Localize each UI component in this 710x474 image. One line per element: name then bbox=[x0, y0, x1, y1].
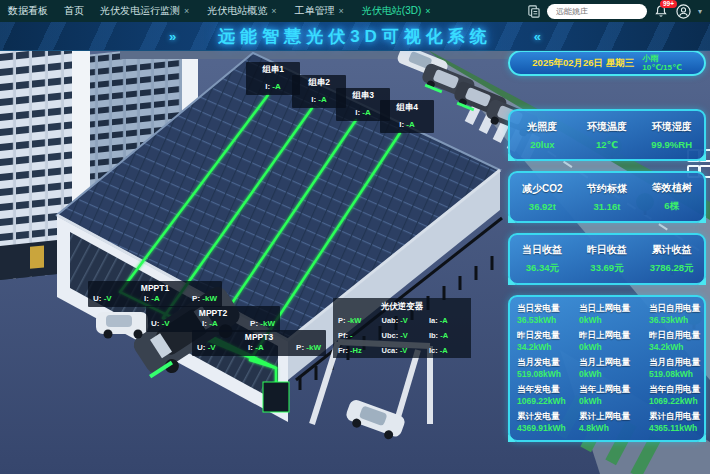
stat-value: 519.08kWh bbox=[517, 369, 572, 380]
avatar[interactable] bbox=[676, 4, 691, 19]
coal-saved: 节约标煤 31.16t bbox=[575, 182, 640, 212]
field-value: -V bbox=[400, 331, 408, 340]
stat-value: 1069.22kWh bbox=[649, 396, 704, 407]
co2-reduction: 减少CO2 36.92t bbox=[510, 182, 575, 212]
field-value: -A bbox=[272, 82, 280, 91]
field-label: Uab: bbox=[382, 316, 399, 325]
mppt-tag-2: MPPT2 U: -V I: -A P: -kW bbox=[146, 306, 280, 332]
energy-row-today: 当日发电量36.53kWh 当日上网电量0kWh 当日自用电量36.53kWh bbox=[510, 303, 704, 325]
stat-label: 当月自用电量 bbox=[649, 357, 704, 368]
menu-home[interactable]: 首页 bbox=[64, 4, 84, 18]
string-tag-4: 组串4 I: -A bbox=[380, 100, 434, 133]
field-value: -A bbox=[255, 343, 263, 352]
field-value: -A bbox=[318, 95, 326, 104]
stat-value: 4365.11kWh bbox=[649, 423, 704, 434]
field-label: I: bbox=[355, 108, 360, 117]
stat-value: 519.08kWh bbox=[649, 369, 704, 380]
stat-label: 昨日发电量 bbox=[517, 330, 572, 341]
field-value: -A bbox=[151, 294, 159, 303]
stat-label: 等效植树 bbox=[639, 181, 704, 195]
mppt-name: MPPT3 bbox=[197, 332, 321, 343]
field-value: -V bbox=[208, 343, 216, 352]
stat-label: 当日自用电量 bbox=[649, 303, 704, 314]
close-icon[interactable]: × bbox=[271, 6, 276, 16]
mppt-name: MPPT2 bbox=[151, 308, 275, 319]
stat-value: 36.34元 bbox=[510, 262, 575, 275]
energy-row-month: 当月发电量519.08kWh 当月上网电量0kWh 当月自用电量519.08kW… bbox=[510, 357, 704, 379]
close-icon[interactable]: × bbox=[339, 6, 344, 16]
field-value: -kW bbox=[202, 294, 217, 303]
stat-value: 36.53kWh bbox=[649, 315, 704, 326]
field-value: - bbox=[350, 331, 353, 340]
field-label: U: bbox=[93, 294, 101, 303]
inverter-box bbox=[263, 382, 289, 412]
field-label: U: bbox=[197, 343, 205, 352]
mppt-tag-3: MPPT3 U: -V I: -A P: -kW bbox=[192, 330, 326, 356]
field-label: I: bbox=[399, 120, 404, 129]
search-box bbox=[547, 4, 647, 19]
close-icon[interactable]: × bbox=[184, 6, 189, 16]
stat-value: 0kWh bbox=[579, 315, 642, 326]
pv-3d-dashboard: 数据看板 首页 光伏发电运行监测 × 光伏电站概览 × 工单管理 × 光伏电站(… bbox=[0, 0, 710, 474]
tab-label: 工单管理 bbox=[295, 4, 335, 18]
stat-label: 昨日上网电量 bbox=[579, 330, 642, 341]
tab-label: 光伏电站概览 bbox=[207, 4, 267, 18]
field-value: -A bbox=[362, 108, 370, 117]
field-label: Ubc: bbox=[382, 331, 399, 340]
page-title: 远能智慧光伏3D可视化系统 bbox=[218, 25, 492, 48]
chevron-down-icon[interactable]: ▾ bbox=[698, 7, 702, 16]
field-value: -kW bbox=[306, 343, 321, 352]
stat-label: 当月上网电量 bbox=[579, 357, 642, 368]
field-label: Uca: bbox=[382, 346, 398, 355]
field-label: Ic: bbox=[429, 346, 438, 355]
field-value: -A bbox=[440, 331, 448, 340]
stat-value: 0kWh bbox=[579, 342, 642, 353]
stat-label: 节约标煤 bbox=[575, 182, 640, 196]
field-value: -A bbox=[440, 346, 448, 355]
environment-panel: 光照度 20lux 环境温度 12℃ 环境湿度 99.9%RH bbox=[508, 109, 706, 161]
stat-label: 累计发电量 bbox=[517, 411, 572, 422]
field-label: I: bbox=[265, 82, 270, 91]
tab-work-order[interactable]: 工单管理 × bbox=[295, 4, 344, 18]
stat-label: 当年自用电量 bbox=[649, 384, 704, 395]
date-weather-panel: 2025年02月26日 星期三 小雨 10℃/15℃ bbox=[508, 50, 706, 76]
notifications[interactable]: 99+ bbox=[654, 4, 669, 19]
close-icon[interactable]: × bbox=[425, 6, 430, 16]
carbon-panel: 减少CO2 36.92t 节约标煤 31.16t 等效植树 6棵 bbox=[508, 171, 706, 223]
search-input[interactable] bbox=[554, 6, 640, 17]
stat-value: 4369.91kWh bbox=[517, 423, 572, 434]
weather-temperature: 10℃/15℃ bbox=[642, 63, 681, 72]
trees-equivalent: 等效植树 6棵 bbox=[639, 181, 704, 213]
stat-label: 昨日收益 bbox=[575, 243, 640, 257]
energy-row-yesterday: 昨日发电量34.2kWh 昨日上网电量0kWh 昨日自用电量34.2kWh bbox=[510, 330, 704, 352]
stat-label: 累计上网电量 bbox=[579, 411, 642, 422]
inverter-tag: 光伏逆变器 P: -kW Uab: -V Ia: -A Pf: - Ubc: -… bbox=[333, 298, 471, 358]
field-label: U: bbox=[151, 319, 159, 328]
string-name: 组串3 bbox=[341, 90, 385, 101]
field-label: P: bbox=[338, 316, 346, 325]
stat-label: 光照度 bbox=[510, 120, 575, 134]
stat-label: 昨日自用电量 bbox=[649, 330, 704, 341]
banner-left-arrows-icon: » bbox=[169, 29, 176, 44]
field-label: Pf: bbox=[338, 331, 348, 340]
stat-label: 当年发电量 bbox=[517, 384, 572, 395]
mppt-tag-1: MPPT1 U: -V I: -A P: -kW bbox=[88, 281, 222, 307]
string-name: 组串2 bbox=[297, 77, 341, 88]
menu-data-board[interactable]: 数据看板 bbox=[8, 4, 48, 18]
stat-value: 34.2kWh bbox=[517, 342, 572, 353]
document-icon[interactable] bbox=[527, 5, 540, 18]
string-name: 组串1 bbox=[251, 64, 295, 75]
field-label: I: bbox=[144, 294, 149, 303]
stat-value: 0kWh bbox=[579, 369, 642, 380]
title-banner: » 远能智慧光伏3D可视化系统 « bbox=[0, 22, 710, 51]
top-nav-bar: 数据看板 首页 光伏发电运行监测 × 光伏电站概览 × 工单管理 × 光伏电站(… bbox=[0, 0, 710, 22]
tab-station-overview[interactable]: 光伏电站概览 × bbox=[207, 4, 276, 18]
stat-label: 当日上网电量 bbox=[579, 303, 642, 314]
string-name: 组串4 bbox=[385, 102, 429, 113]
tab-pv-monitor[interactable]: 光伏发电运行监测 × bbox=[100, 4, 189, 18]
env-humidity: 环境湿度 99.9%RH bbox=[639, 120, 704, 150]
topbar-right-cluster: 99+ ▾ bbox=[527, 4, 702, 19]
tab-station-3d[interactable]: 光伏电站(3D) × bbox=[362, 4, 431, 18]
stat-value: 20lux bbox=[510, 139, 575, 150]
tab-label: 光伏发电运行监测 bbox=[100, 4, 180, 18]
